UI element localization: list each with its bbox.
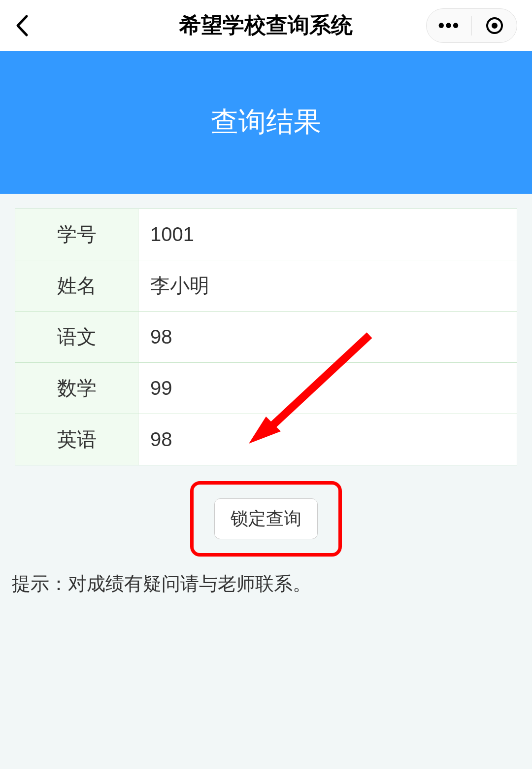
target-icon[interactable] [472, 17, 517, 35]
table-row: 语文 98 [15, 312, 517, 363]
row-value: 李小明 [138, 260, 517, 312]
result-table: 学号 1001 姓名 李小明 语文 98 数学 99 英语 98 [15, 209, 517, 465]
row-value: 98 [138, 414, 517, 465]
table-row: 数学 99 [15, 363, 517, 414]
row-value: 1001 [138, 209, 517, 260]
banner: 查询结果 [0, 51, 532, 194]
row-label: 学号 [15, 209, 138, 260]
banner-title: 查询结果 [211, 104, 321, 141]
row-label: 英语 [15, 414, 138, 465]
table-row: 英语 98 [15, 414, 517, 465]
content-area: 学号 1001 姓名 李小明 语文 98 数学 99 英语 98 锁定查询 提示… [0, 194, 532, 596]
more-icon[interactable]: ••• [427, 15, 471, 36]
back-icon[interactable] [15, 13, 30, 38]
navigation-header: 希望学校查询系统 ••• [0, 0, 532, 51]
svg-point-1 [492, 23, 498, 29]
button-container: 锁定查询 [15, 481, 517, 557]
annotation-highlight-box: 锁定查询 [190, 481, 342, 557]
row-value: 98 [138, 312, 517, 363]
row-label: 姓名 [15, 260, 138, 312]
row-label: 语文 [15, 312, 138, 363]
table-row: 姓名 李小明 [15, 260, 517, 312]
row-value: 99 [138, 363, 517, 414]
lock-query-button[interactable]: 锁定查询 [214, 498, 318, 539]
row-label: 数学 [15, 363, 138, 414]
miniprogram-capsule: ••• [426, 8, 517, 43]
table-row: 学号 1001 [15, 209, 517, 260]
hint-text: 提示：对成绩有疑问请与老师联系。 [12, 571, 517, 596]
page-title: 希望学校查询系统 [179, 11, 353, 40]
